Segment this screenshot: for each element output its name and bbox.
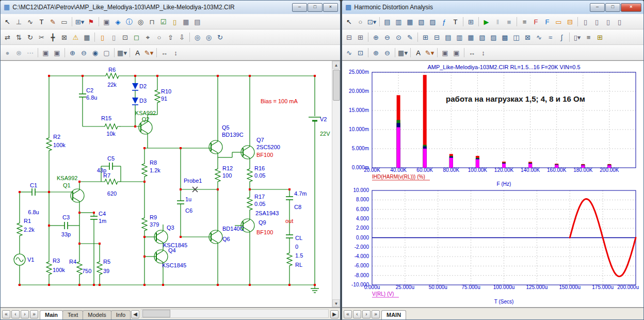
wave-select-a-icon[interactable]: ∿: [344, 47, 355, 58]
vscroll-track[interactable]: [332, 69, 340, 299]
tab-prev-button[interactable]: ‹: [353, 310, 361, 318]
move-up-icon[interactable]: ⇧: [165, 32, 176, 43]
eye-tool-icon[interactable]: ◎: [135, 17, 146, 27]
add-plot-icon[interactable]: ⊞: [465, 17, 476, 27]
select-tool-icon[interactable]: ↖: [2, 17, 13, 27]
grid-dropdown-icon[interactable]: ▦▾: [117, 47, 127, 58]
clipboard-dropdown-icon[interactable]: ▯▾: [572, 32, 583, 43]
v-spacing-icon[interactable]: ↕: [170, 47, 181, 58]
tab-info[interactable]: Info: [111, 310, 131, 319]
ground-tool-icon[interactable]: ⊥: [13, 17, 24, 27]
h-spacing-icon[interactable]: ↔: [159, 47, 170, 58]
hscroll-left-button[interactable]: ◀: [131, 310, 139, 318]
analysis-plots[interactable]: AMP_Like-Melodiya-103M2.CIR RL=1.5...16 …: [342, 61, 643, 308]
analysis-plot-area[interactable]: AMP_Like-Melodiya-103M2.CIR RL=1.5...16 …: [342, 60, 643, 308]
find-tool-icon[interactable]: ◎: [192, 32, 203, 43]
zoom-area-icon[interactable]: ◉: [90, 47, 101, 58]
page-a-icon[interactable]: ⊟: [344, 32, 355, 43]
print-tool-icon[interactable]: ▤: [192, 17, 203, 27]
calculator-icon-icon[interactable]: ⊞: [594, 32, 605, 43]
nav-more-icon[interactable]: ⋯: [25, 47, 36, 58]
warning-tool-icon[interactable]: ⚠: [70, 32, 81, 43]
file-dropdown-icon[interactable]: ⊡▾: [366, 17, 377, 27]
tab-models[interactable]: Models: [83, 310, 111, 319]
cut-tool-icon[interactable]: ✂: [36, 32, 47, 43]
waveform-b-icon[interactable]: ▧: [416, 17, 427, 27]
tab-first-button[interactable]: «: [2, 310, 10, 318]
wave-x-icon[interactable]: ∿: [534, 32, 544, 43]
rotate-tool-icon[interactable]: ↻: [25, 32, 36, 43]
panel-c-icon[interactable]: ▯: [603, 17, 614, 27]
scroll-up-button[interactable]: ▲: [332, 61, 340, 69]
text-tool-icon[interactable]: T: [450, 17, 461, 27]
note-tool-icon[interactable]: ▯: [169, 17, 180, 27]
wave-select-b-icon[interactable]: ⊡: [355, 47, 366, 58]
waveform-a-icon[interactable]: ▦: [405, 17, 415, 27]
wave-y-icon[interactable]: ≈: [545, 32, 556, 43]
copy-a-icon[interactable]: ▣: [440, 47, 450, 58]
tab-text[interactable]: Text: [62, 310, 83, 319]
pen-dropdown-icon[interactable]: ✎▾: [424, 47, 435, 58]
zoom-out-icon[interactable]: ⊖: [382, 47, 393, 58]
schematic-titlebar[interactable]: ▦ C:\MC12\DATA\Petrov\AMP_Like_Melodiya-…: [1, 1, 340, 14]
tab-next-button[interactable]: ›: [362, 310, 371, 318]
page-b-icon[interactable]: ⊞: [355, 32, 366, 43]
grid-b-icon[interactable]: ⊟: [431, 32, 442, 43]
analysis-titlebar[interactable]: ▩ Harmonic Distortion Analysis – □ ×: [342, 1, 643, 14]
pause-button-icon[interactable]: ‖: [492, 17, 503, 27]
page-plain-icon[interactable]: ▯: [108, 32, 119, 43]
grid-h-icon[interactable]: ▩: [500, 32, 510, 43]
brush-tool-icon[interactable]: ◈: [112, 17, 123, 27]
cross-tool-icon[interactable]: ╋: [47, 32, 58, 43]
tab-first-button[interactable]: «: [344, 310, 352, 318]
copy-b-icon[interactable]: ▣: [451, 47, 462, 58]
font-tool-icon[interactable]: A: [132, 47, 143, 58]
flip-horizontal-icon[interactable]: ⇄: [2, 32, 13, 43]
panel-a-icon[interactable]: ▯: [580, 17, 591, 27]
close-button[interactable]: ×: [323, 3, 338, 12]
step-box-tool-icon[interactable]: ⊠: [59, 32, 70, 43]
tab-last-button[interactable]: »: [30, 310, 38, 318]
waveform-c-icon[interactable]: ▨: [427, 17, 438, 27]
wave-z-icon[interactable]: ∫: [556, 32, 567, 43]
text-tool-icon[interactable]: T: [36, 17, 47, 27]
grid-d-icon[interactable]: ▥: [454, 32, 465, 43]
check-tool-icon[interactable]: ☑: [158, 17, 169, 27]
snapshot-icon[interactable]: ▢: [101, 47, 112, 58]
grid-e-icon[interactable]: ▦: [465, 32, 476, 43]
pen-dropdown-icon[interactable]: ✎▾: [143, 47, 154, 58]
zoom-in-icon[interactable]: ⊕: [67, 47, 78, 58]
hscroll-thumb[interactable]: [142, 310, 170, 317]
list-icon-icon[interactable]: ≡: [583, 32, 594, 43]
move-down-icon[interactable]: ⇩: [176, 32, 187, 43]
box-orange-a-icon[interactable]: ▭: [553, 17, 564, 27]
clipboard-tool-icon[interactable]: ▣: [101, 17, 112, 27]
f-red-icon-icon[interactable]: F: [530, 17, 541, 27]
run-button-icon[interactable]: ▶: [481, 17, 492, 27]
nav-back-icon[interactable]: ●: [2, 47, 13, 58]
tab-main[interactable]: MAIN: [381, 310, 406, 319]
zoom-circle-c-icon[interactable]: ⊙: [393, 32, 404, 43]
zoom-circle-b-icon[interactable]: ⊖: [382, 32, 393, 43]
grid-dropdown-icon[interactable]: ▦▾: [397, 47, 408, 58]
box-orange-b-icon[interactable]: ⊟: [565, 17, 575, 27]
stop-button-icon[interactable]: ■: [504, 17, 514, 27]
grid-f-icon[interactable]: ▧: [477, 32, 488, 43]
vscroll-thumb[interactable]: [333, 70, 340, 101]
limits-icon-icon[interactable]: ≡: [519, 17, 530, 27]
maximize-button[interactable]: □: [308, 3, 323, 12]
minimize-button[interactable]: –: [590, 3, 605, 12]
minimize-button[interactable]: –: [292, 3, 307, 12]
copy-page-icon[interactable]: ▣: [40, 47, 51, 58]
panel-d-icon[interactable]: ▯: [614, 17, 625, 27]
target-tool-icon[interactable]: ⌖: [142, 32, 153, 43]
close-button[interactable]: ×: [621, 3, 641, 12]
part-box-icon[interactable]: ◻: [131, 32, 142, 43]
wire-tool-icon[interactable]: ∿: [25, 17, 36, 27]
tab-next-button[interactable]: ›: [21, 310, 29, 318]
vertical-scrollbar[interactable]: ▲ ▼: [332, 61, 340, 307]
tab-main[interactable]: Main: [40, 310, 63, 319]
flag-tool-icon[interactable]: ⚑: [86, 17, 96, 27]
pencil-tool-icon[interactable]: ✎: [47, 17, 58, 27]
copy-page-alt-icon[interactable]: ▣: [52, 47, 62, 58]
